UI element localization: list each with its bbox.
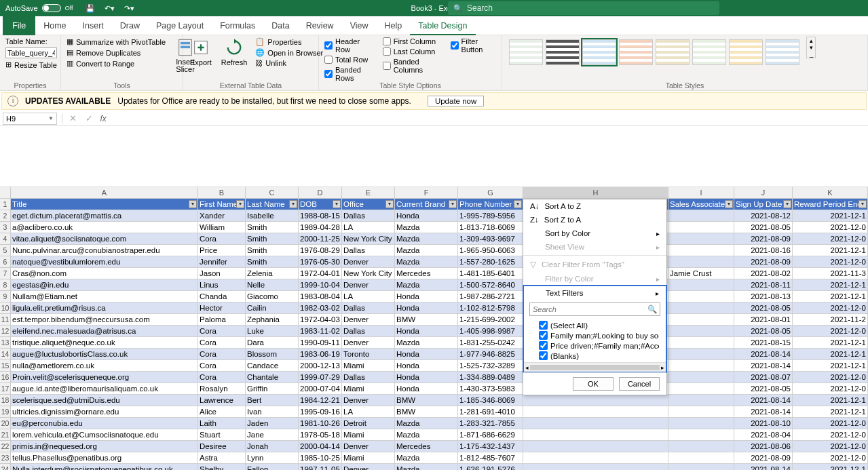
cell[interactable]	[523, 429, 668, 441]
table-style-swatch[interactable]	[766, 39, 799, 65]
column-header[interactable]: I	[668, 187, 734, 199]
filter-dropdown-icon[interactable]: ▾	[449, 200, 457, 208]
cell[interactable]: Dallas	[342, 210, 395, 222]
cell[interactable]: Honda	[395, 302, 458, 314]
cell[interactable]: Blossom	[246, 349, 299, 360]
cell[interactable]: 2021-12-0	[793, 429, 868, 441]
table-header-cell[interactable]: Sign Up Date▾	[734, 199, 793, 210]
cell[interactable]: 2021-08-05	[734, 302, 793, 314]
table-name-input[interactable]	[5, 47, 57, 58]
row-header[interactable]: 4	[0, 233, 11, 245]
cell[interactable]	[668, 337, 734, 349]
cell[interactable]: eleifend.nec.malesuada@atrisus.ca	[11, 326, 198, 337]
cell[interactable]: Proin.velit@scelerisqueneque.org	[11, 372, 198, 383]
cell[interactable]: Mazda	[395, 279, 458, 291]
cell[interactable]: 2021-12-0	[793, 222, 868, 233]
cell[interactable]: 2021-08-14	[734, 360, 793, 372]
table-style-swatch[interactable]	[582, 39, 616, 65]
cell[interactable]: 1-102-812-5798	[458, 302, 523, 314]
cell[interactable]: 2021-12-0	[793, 372, 868, 383]
cell[interactable]	[668, 441, 734, 452]
cell[interactable]	[668, 314, 734, 326]
cell[interactable]: Honda	[395, 291, 458, 302]
cell[interactable]: Price	[198, 245, 246, 256]
cell[interactable]: Luke	[246, 326, 299, 337]
cell[interactable]: Lynn	[246, 452, 299, 464]
cell[interactable]: 2021-08-10	[734, 418, 793, 429]
cell[interactable]: 2021-08-16	[734, 245, 793, 256]
table-header-cell[interactable]: Phone Number▾	[458, 199, 523, 210]
row-header[interactable]: 7	[0, 268, 11, 279]
table-style-swatch[interactable]	[656, 39, 690, 65]
cell[interactable]: 1978-05-18	[299, 429, 342, 441]
cell[interactable]: augue@luctuslobortisClass.co.uk	[11, 349, 198, 360]
row-header[interactable]: 2	[0, 210, 11, 222]
cell[interactable]	[668, 349, 734, 360]
menu-tab-draw[interactable]: Draw	[112, 16, 148, 35]
cell[interactable]: 2000-04-14	[299, 441, 342, 452]
cell[interactable]: Giacomo	[246, 291, 299, 302]
filter-check-item[interactable]: (Select All)	[539, 320, 659, 330]
enter-formula-icon[interactable]: ✓	[81, 113, 98, 123]
cell[interactable]: 1-430-373-5983	[458, 383, 523, 395]
cell[interactable]: lorem.vehicula.et@Cumsociisnatoque.edu	[11, 429, 198, 441]
table-header-cell[interactable]: Last Name▾	[246, 199, 299, 210]
cell[interactable]: tristique.aliquet@neque.co.uk	[11, 337, 198, 349]
row-header[interactable]: 12	[0, 326, 11, 337]
cell[interactable]: 2021-08-04	[734, 429, 793, 441]
cell[interactable]: 1-987-286-2721	[458, 291, 523, 302]
table-style-swatch[interactable]	[546, 39, 580, 65]
row-header[interactable]: 13	[0, 337, 11, 349]
cell[interactable]	[523, 406, 668, 418]
cell[interactable]: 1-525-732-3289	[458, 360, 523, 372]
table-header-cell[interactable]: Current Brand▾	[395, 199, 458, 210]
toggle-switch[interactable]	[42, 4, 61, 12]
menu-tab-formulas[interactable]: Formulas	[212, 16, 263, 35]
row-header[interactable]: 20	[0, 418, 11, 429]
row-header[interactable]: 8	[0, 279, 11, 291]
column-header[interactable]: K	[793, 187, 868, 199]
row-header[interactable]: 15	[0, 360, 11, 372]
cell[interactable]: ligula.elit.pretium@risus.ca	[11, 302, 198, 314]
row-header[interactable]: 18	[0, 395, 11, 406]
cell[interactable]: 2021-12-1	[793, 279, 868, 291]
cell[interactable]: Mercedes	[395, 441, 458, 452]
cell[interactable]: Cora	[198, 233, 246, 245]
table-header-cell[interactable]: Reward Period End▾	[793, 199, 868, 210]
cell[interactable]: Honda	[395, 210, 458, 222]
cell[interactable]: Mazda	[395, 337, 458, 349]
cell[interactable]: Fallon	[246, 464, 299, 470]
cell[interactable]: 1-626-191-5276	[458, 464, 523, 470]
filter-search-input[interactable]	[533, 305, 647, 313]
name-box[interactable]: H9▼	[3, 113, 57, 125]
cell[interactable]: 1-215-699-2002	[458, 314, 523, 326]
cell[interactable]: Ivan	[246, 406, 299, 418]
cell[interactable]: Denver	[342, 256, 395, 268]
cell[interactable]: ultricies.dignissim@ornare.edu	[11, 406, 198, 418]
cell[interactable]: 2021-08-01	[734, 314, 793, 326]
cell[interactable]: natoque@vestibulumlorem.edu	[11, 256, 198, 268]
cell[interactable]: 2021-08-15	[734, 337, 793, 349]
row-header[interactable]: 24	[0, 464, 11, 470]
cell[interactable]: 2021-12-1	[793, 406, 868, 418]
remove-duplicates-button[interactable]: ▤Remove Duplicates	[65, 47, 167, 58]
cell[interactable]: Zephania	[246, 314, 299, 326]
cell[interactable]: Cras@non.com	[11, 268, 198, 279]
cell[interactable]: 2021-08-11	[734, 279, 793, 291]
cell[interactable]	[668, 291, 734, 302]
menu-tab-data[interactable]: Data	[263, 16, 297, 35]
cell[interactable]: Cailin	[246, 302, 299, 314]
ext-properties-button[interactable]: 📋Properties	[254, 37, 324, 47]
cell[interactable]	[668, 210, 734, 222]
cell[interactable]: Chantale	[246, 372, 299, 383]
filter-search[interactable]: 🔍	[529, 302, 660, 316]
convert-range-button[interactable]: ▥Convert to Range	[65, 58, 167, 68]
cell[interactable]: Hector	[198, 302, 246, 314]
cell[interactable]: eu@perconubia.edu	[11, 418, 198, 429]
cell[interactable]: Candace	[246, 360, 299, 372]
cell[interactable]: 1999-07-29	[299, 372, 342, 383]
formula-input[interactable]	[109, 113, 868, 125]
row-header[interactable]: 14	[0, 349, 11, 360]
cell[interactable]: Bert	[246, 395, 299, 406]
cell[interactable]: 1-812-485-7607	[458, 452, 523, 464]
